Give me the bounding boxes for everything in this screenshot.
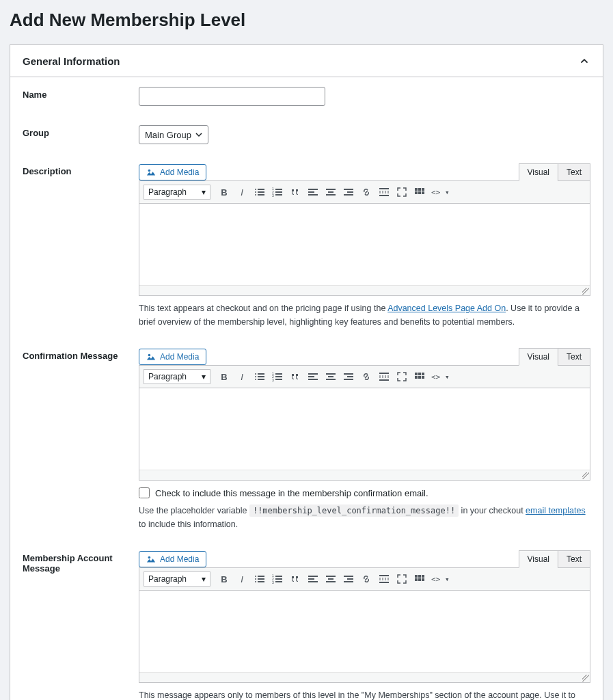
tab-visual[interactable]: Visual	[519, 163, 558, 181]
name-input[interactable]	[139, 87, 325, 106]
numbered-list-button[interactable]: 123	[269, 184, 286, 200]
italic-button[interactable]: I	[234, 368, 250, 385]
align-center-button[interactable]	[323, 184, 339, 200]
link-button[interactable]	[358, 368, 374, 385]
resize-handle[interactable]	[139, 673, 590, 682]
advanced-levels-link[interactable]: Advanced Levels Page Add On	[387, 304, 506, 313]
readmore-button[interactable]	[376, 368, 392, 385]
align-right-button[interactable]	[340, 184, 357, 200]
paragraph-label: Paragraph	[148, 574, 187, 584]
svg-rect-43	[275, 379, 282, 380]
code-button[interactable]: <> ▾	[429, 368, 452, 385]
fullscreen-button[interactable]	[394, 368, 410, 385]
group-select[interactable]: Main Group	[139, 125, 208, 144]
svg-rect-23	[379, 191, 389, 193]
fullscreen-button[interactable]	[394, 571, 410, 587]
bold-button[interactable]: B	[216, 184, 232, 200]
svg-rect-83	[344, 581, 353, 582]
toolbar-toggle-button[interactable]	[411, 571, 428, 587]
resize-handle[interactable]	[139, 470, 590, 480]
tab-text[interactable]: Text	[558, 163, 590, 181]
quote-button[interactable]	[287, 184, 303, 200]
description-label: Description	[23, 163, 139, 176]
bold-button[interactable]: B	[216, 368, 232, 385]
email-templates-link[interactable]: email templates	[526, 506, 586, 515]
link-button[interactable]	[358, 184, 374, 200]
svg-rect-68	[258, 581, 264, 582]
media-icon	[146, 352, 156, 362]
confirmation-email-checkbox[interactable]	[139, 487, 150, 498]
confirmation-label: Confirmation Message	[23, 348, 139, 361]
tab-text[interactable]: Text	[558, 348, 590, 366]
bold-button[interactable]: B	[216, 571, 232, 587]
svg-rect-57	[418, 373, 421, 375]
align-center-button[interactable]	[323, 571, 339, 587]
bullet-list-button[interactable]	[251, 571, 268, 587]
svg-rect-61	[422, 376, 424, 379]
quote-button[interactable]	[287, 571, 303, 587]
fullscreen-button[interactable]	[394, 184, 410, 200]
confirmation-field: Add Media Visual Text Paragraph ▾ B	[139, 348, 590, 531]
code-button[interactable]: <> ▾	[429, 571, 452, 587]
align-left-button[interactable]	[305, 571, 321, 587]
svg-rect-26	[418, 188, 421, 191]
description-textarea[interactable]	[139, 204, 590, 286]
add-media-button[interactable]: Add Media	[139, 164, 206, 180]
editor-tabs: Visual Text	[519, 348, 590, 366]
media-icon	[146, 554, 156, 564]
panel-body: Name Group Main Group Description	[10, 77, 603, 700]
svg-rect-24	[379, 195, 389, 196]
svg-rect-46	[308, 379, 318, 380]
svg-rect-86	[379, 582, 389, 583]
paragraph-select[interactable]: Paragraph ▾	[144, 571, 210, 587]
paragraph-select[interactable]: Paragraph ▾	[144, 185, 210, 200]
tab-visual[interactable]: Visual	[519, 348, 558, 366]
align-right-button[interactable]	[340, 368, 357, 385]
svg-rect-51	[347, 376, 353, 377]
toolbar-toggle-button[interactable]	[411, 184, 428, 200]
svg-point-0	[148, 170, 151, 172]
editor-tabs: Visual Text	[519, 163, 590, 181]
svg-rect-20	[347, 191, 353, 193]
add-media-button[interactable]: Add Media	[139, 551, 206, 567]
panel-header[interactable]: General Information	[10, 45, 603, 77]
code-button[interactable]: <> ▾	[429, 184, 452, 200]
description-row: Description Add Media Visual Text P	[23, 163, 590, 329]
add-media-button[interactable]: Add Media	[139, 349, 206, 365]
bullet-list-button[interactable]	[251, 184, 268, 200]
numbered-list-button[interactable]: 123	[269, 571, 286, 587]
quote-button[interactable]	[287, 368, 303, 385]
account-message-textarea[interactable]	[139, 591, 590, 673]
readmore-button[interactable]	[376, 184, 392, 200]
numbered-list-button[interactable]: 123	[269, 368, 286, 385]
placeholder-code: !!membership_level_confirmation_message!…	[249, 504, 459, 517]
italic-button[interactable]: I	[234, 571, 250, 587]
readmore-button[interactable]	[376, 571, 392, 587]
editor-tabs: Visual Text	[519, 550, 590, 568]
svg-rect-58	[422, 373, 424, 375]
svg-rect-66	[258, 578, 264, 580]
align-center-button[interactable]	[323, 368, 339, 385]
align-left-button[interactable]	[305, 368, 321, 385]
svg-rect-54	[379, 376, 389, 377]
toolbar-toggle-button[interactable]	[411, 368, 428, 385]
svg-rect-49	[326, 379, 336, 380]
link-button[interactable]	[358, 571, 374, 587]
account-message-label: Membership Account Message	[23, 550, 139, 574]
align-left-button[interactable]	[305, 184, 321, 200]
tab-visual[interactable]: Visual	[519, 550, 558, 568]
italic-button[interactable]: I	[234, 184, 250, 200]
tab-text[interactable]: Text	[558, 550, 590, 568]
svg-rect-2	[258, 189, 264, 190]
resize-handle[interactable]	[139, 286, 590, 295]
confirmation-help: Use the placeholder variable !!membershi…	[139, 504, 590, 531]
align-right-button[interactable]	[340, 571, 357, 587]
editor-toolbar: Paragraph ▾ B I 123	[139, 568, 590, 591]
svg-rect-30	[422, 191, 424, 194]
confirmation-editor: Paragraph ▾ B I 123	[139, 365, 590, 481]
media-icon	[146, 167, 156, 177]
confirmation-textarea[interactable]	[139, 388, 590, 470]
paragraph-select[interactable]: Paragraph ▾	[144, 369, 210, 384]
svg-rect-80	[326, 581, 336, 582]
bullet-list-button[interactable]	[251, 368, 268, 385]
